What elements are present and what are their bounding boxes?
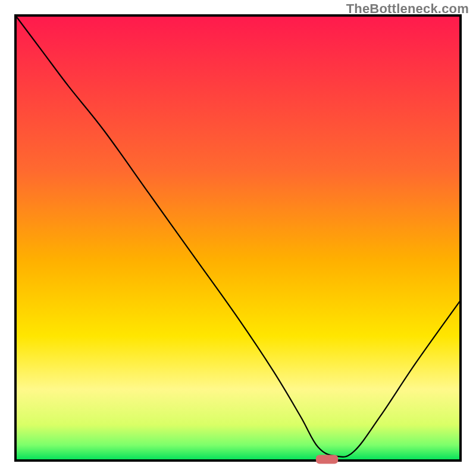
watermark-label: TheBottleneck.com [346, 1, 469, 17]
plot-background [15, 15, 461, 461]
target-marker [316, 455, 338, 464]
chart-container: TheBottleneck.com [0, 0, 476, 476]
bottleneck-chart [0, 0, 476, 476]
